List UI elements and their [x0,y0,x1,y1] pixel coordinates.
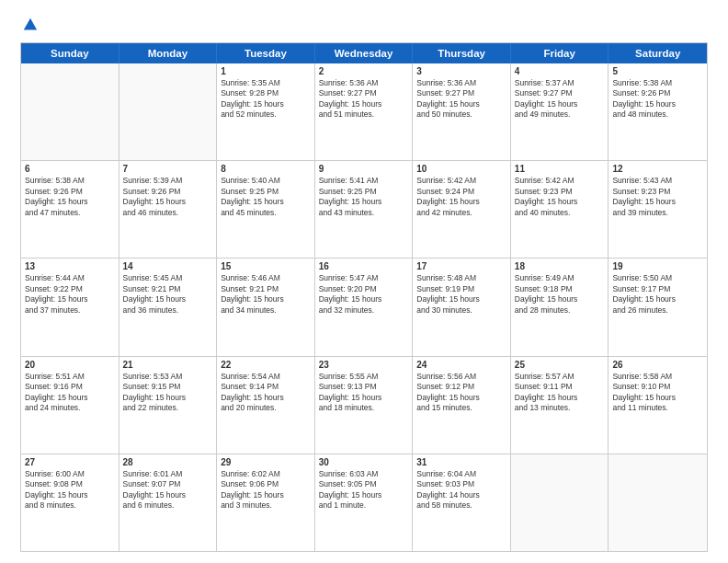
sunset-text: Sunset: 9:15 PM [123,382,213,392]
day-number: 12 [612,164,703,174]
daylight-minutes-text: and 28 minutes. [515,305,605,316]
sunset-text: Sunset: 9:23 PM [612,187,703,197]
calendar-header-cell: Sunday [21,43,119,63]
daylight-minutes-text: and 22 minutes. [123,403,213,413]
day-number: 8 [221,164,311,174]
daylight-minutes-text: and 3 minutes. [221,500,311,511]
daylight-hours-text: Daylight: 15 hours [123,294,213,304]
sunrise-text: Sunrise: 5:42 AM [416,176,506,186]
daylight-hours-text: Daylight: 15 hours [416,393,506,403]
sunset-text: Sunset: 9:26 PM [123,187,213,197]
sunrise-text: Sunrise: 6:01 AM [123,469,213,479]
daylight-hours-text: Daylight: 15 hours [612,99,703,109]
sunrise-text: Sunrise: 5:50 AM [612,273,703,283]
daylight-hours-text: Daylight: 15 hours [221,393,311,403]
calendar-cell: 27Sunrise: 6:00 AMSunset: 9:08 PMDayligh… [21,454,119,551]
daylight-hours-text: Daylight: 15 hours [612,294,703,304]
daylight-minutes-text: and 20 minutes. [221,403,311,413]
day-number: 31 [416,457,506,467]
calendar-cell: 19Sunrise: 5:50 AMSunset: 9:17 PMDayligh… [609,259,707,355]
sunset-text: Sunset: 9:28 PM [221,88,311,98]
daylight-hours-text: Daylight: 15 hours [319,393,409,403]
calendar-cell: 9Sunrise: 5:41 AMSunset: 9:25 PMDaylight… [315,161,414,258]
calendar-cell: 11Sunrise: 5:42 AMSunset: 9:23 PMDayligh… [511,161,609,258]
daylight-minutes-text: and 45 minutes. [221,208,311,218]
daylight-hours-text: Daylight: 15 hours [319,99,409,109]
day-number: 9 [319,164,409,174]
day-number: 13 [25,261,115,271]
calendar-cell: 3Sunrise: 5:36 AMSunset: 9:27 PMDaylight… [413,63,511,160]
day-number: 27 [25,457,115,467]
calendar-cell: 28Sunrise: 6:01 AMSunset: 9:07 PMDayligh… [119,454,218,551]
sunset-text: Sunset: 9:21 PM [221,284,311,294]
calendar-header-cell: Wednesday [315,43,414,63]
calendar-header-cell: Thursday [413,43,511,63]
daylight-minutes-text: and 15 minutes. [416,403,506,413]
sunset-text: Sunset: 9:26 PM [612,88,703,98]
daylight-minutes-text: and 24 minutes. [25,403,115,413]
daylight-minutes-text: and 47 minutes. [25,208,115,218]
calendar-cell: 21Sunrise: 5:53 AMSunset: 9:15 PMDayligh… [119,357,218,454]
daylight-minutes-text: and 50 minutes. [416,109,506,120]
day-number: 19 [612,261,703,271]
sunrise-text: Sunrise: 6:03 AM [319,469,409,479]
daylight-minutes-text: and 52 minutes. [221,109,311,120]
day-number: 1 [221,66,311,76]
calendar-cell [609,454,707,551]
calendar-body: 1Sunrise: 5:35 AMSunset: 9:28 PMDaylight… [21,63,707,551]
calendar-cell: 26Sunrise: 5:58 AMSunset: 9:10 PMDayligh… [609,357,707,454]
daylight-minutes-text: and 36 minutes. [123,305,213,316]
sunrise-text: Sunrise: 5:53 AM [123,372,213,382]
sunrise-text: Sunrise: 5:56 AM [416,372,506,382]
calendar-cell: 5Sunrise: 5:38 AMSunset: 9:26 PMDaylight… [609,63,707,160]
daylight-minutes-text: and 34 minutes. [221,305,311,316]
sunrise-text: Sunrise: 5:54 AM [221,372,311,382]
daylight-minutes-text: and 39 minutes. [612,208,703,218]
daylight-hours-text: Daylight: 15 hours [416,294,506,304]
calendar-cell: 24Sunrise: 5:56 AMSunset: 9:12 PMDayligh… [413,357,511,454]
calendar-cell: 22Sunrise: 5:54 AMSunset: 9:14 PMDayligh… [217,357,315,454]
sunset-text: Sunset: 9:25 PM [221,187,311,197]
daylight-hours-text: Daylight: 15 hours [515,294,605,304]
sunrise-text: Sunrise: 5:37 AM [515,78,605,88]
sunset-text: Sunset: 9:16 PM [25,382,115,392]
daylight-hours-text: Daylight: 15 hours [515,99,605,109]
calendar-cell: 14Sunrise: 5:45 AMSunset: 9:21 PMDayligh… [119,259,218,355]
day-number: 22 [221,360,311,370]
daylight-minutes-text: and 58 minutes. [416,500,506,511]
calendar-row: 27Sunrise: 6:00 AMSunset: 9:08 PMDayligh… [21,454,707,551]
calendar-cell: 25Sunrise: 5:57 AMSunset: 9:11 PMDayligh… [511,357,609,454]
sunset-text: Sunset: 9:05 PM [319,479,409,489]
daylight-hours-text: Daylight: 15 hours [25,197,115,207]
sunrise-text: Sunrise: 5:36 AM [319,78,409,88]
calendar-cell: 15Sunrise: 5:46 AMSunset: 9:21 PMDayligh… [217,259,315,355]
sunrise-text: Sunrise: 5:47 AM [319,273,409,283]
sunrise-text: Sunrise: 5:55 AM [319,372,409,382]
daylight-hours-text: Daylight: 15 hours [416,197,506,207]
daylight-hours-text: Daylight: 15 hours [221,490,311,500]
sunrise-text: Sunrise: 5:36 AM [416,78,506,88]
daylight-hours-text: Daylight: 15 hours [612,393,703,403]
calendar-cell: 1Sunrise: 5:35 AMSunset: 9:28 PMDaylight… [217,63,315,160]
daylight-hours-text: Daylight: 14 hours [416,490,506,500]
calendar-cell: 6Sunrise: 5:38 AMSunset: 9:26 PMDaylight… [21,161,119,258]
calendar-cell: 23Sunrise: 5:55 AMSunset: 9:13 PMDayligh… [315,357,414,454]
logo-icon [22,17,39,33]
sunrise-text: Sunrise: 6:04 AM [416,469,506,479]
daylight-minutes-text: and 6 minutes. [123,500,213,511]
daylight-minutes-text: and 42 minutes. [416,208,506,218]
sunset-text: Sunset: 9:06 PM [221,479,311,489]
calendar-cell: 17Sunrise: 5:48 AMSunset: 9:19 PMDayligh… [413,259,511,355]
calendar: SundayMondayTuesdayWednesdayThursdayFrid… [20,42,708,552]
calendar-cell [21,63,119,160]
sunrise-text: Sunrise: 5:35 AM [221,78,311,88]
day-number: 14 [123,261,213,271]
day-number: 29 [221,457,311,467]
daylight-minutes-text: and 48 minutes. [612,109,703,120]
daylight-hours-text: Daylight: 15 hours [25,294,115,304]
sunrise-text: Sunrise: 5:38 AM [612,78,703,88]
calendar-cell: 12Sunrise: 5:43 AMSunset: 9:23 PMDayligh… [609,161,707,258]
daylight-minutes-text: and 40 minutes. [515,208,605,218]
day-number: 26 [612,360,703,370]
calendar-header-cell: Monday [119,43,218,63]
